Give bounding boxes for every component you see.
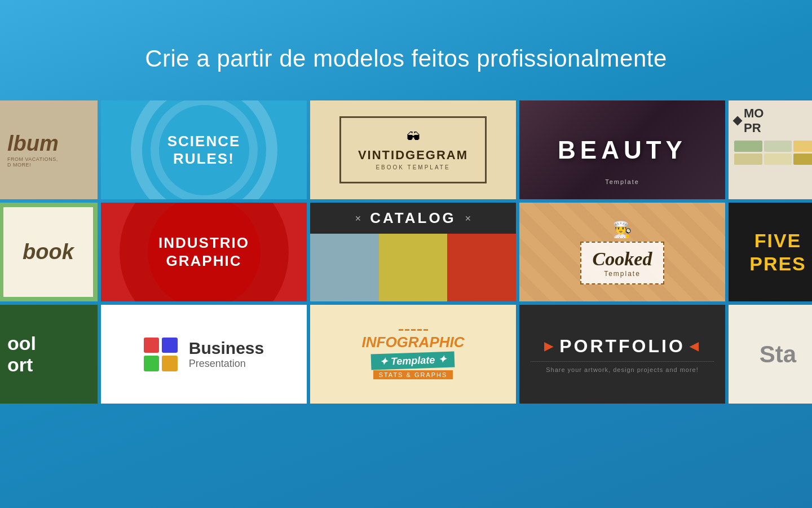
tile-five-pres[interactable]: FIVEPRES bbox=[729, 203, 812, 301]
business-icon bbox=[144, 338, 178, 371]
tile-cooked[interactable]: 👨‍🍳 Cooked Template bbox=[519, 203, 725, 301]
catalog-swatches bbox=[310, 234, 516, 301]
portfolio-arrow-left: ▶ bbox=[544, 339, 555, 353]
page-headline: Crie a partir de modelos feitos profissi… bbox=[145, 45, 667, 72]
infographic-template: ✦ Template ✦ bbox=[371, 351, 455, 370]
tile-science[interactable]: SCIENCERULES! bbox=[101, 100, 307, 199]
infographic-title: INFOGRAPHIC bbox=[362, 334, 465, 351]
portfolio-sub: Share your artwork, design projects and … bbox=[546, 366, 699, 373]
tile-school[interactable]: oolort bbox=[0, 305, 98, 404]
info-line-5 bbox=[423, 329, 428, 331]
tile-sta[interactable]: Sta bbox=[729, 305, 812, 404]
tile-portfolio[interactable]: ▶ PORTFOLIO ◀ Share your artwork, design… bbox=[519, 305, 725, 404]
sta-title: Sta bbox=[760, 341, 796, 368]
cat-x-left: ✕ bbox=[355, 214, 361, 223]
science-title: SCIENCERULES! bbox=[167, 133, 241, 168]
main-container: Crie a partir de modelos feitos profissi… bbox=[0, 0, 812, 508]
tile-infographic[interactable]: INFOGRAPHIC ✦ Template ✦ STATS & GRAPHS bbox=[310, 305, 516, 404]
tile-business[interactable]: Business Presentation bbox=[101, 305, 307, 404]
biz-dot-red bbox=[144, 338, 160, 353]
business-subtitle: Presentation bbox=[189, 358, 264, 370]
album-sub: FROM VACATIONS,D MORE! bbox=[7, 156, 89, 168]
portfolio-arrow-right: ◀ bbox=[690, 339, 700, 353]
info-line-3 bbox=[411, 329, 416, 331]
tile-mo-pr[interactable]: MOPR bbox=[729, 100, 812, 199]
album-title: lbum bbox=[7, 133, 89, 154]
tile-album[interactable]: lbum FROM VACATIONS,D MORE! bbox=[0, 100, 98, 199]
swatch-red bbox=[447, 234, 516, 301]
infographic-sub: STATS & GRAPHS bbox=[373, 370, 453, 379]
book-title: book bbox=[23, 240, 74, 264]
five-pres-title: FIVEPRES bbox=[749, 229, 806, 275]
vintage-subtitle: EBOOK TEMPLATE bbox=[358, 164, 468, 170]
cooked-card: Cooked Template bbox=[580, 242, 665, 284]
tile-book[interactable]: book bbox=[0, 203, 98, 301]
vintage-title: VINTIDGEGRAM bbox=[358, 148, 468, 163]
chef-hat-icon: 👨‍🍳 bbox=[612, 220, 632, 239]
swatch-yellow bbox=[379, 234, 448, 301]
tile-catalog[interactable]: ✕ CATALOG ✕ bbox=[310, 203, 516, 301]
swatch-blue bbox=[310, 234, 379, 301]
diamond-icon bbox=[733, 116, 743, 126]
info-line-2 bbox=[405, 329, 409, 331]
business-text: Business Presentation bbox=[189, 339, 264, 370]
grid-wrapper: lbum FROM VACATIONS,D MORE! SCIENCERULES… bbox=[0, 100, 812, 404]
beauty-title: BEAUTY bbox=[558, 136, 687, 164]
biz-dot-yellow bbox=[162, 356, 178, 371]
vintage-border: 🕶 VINTIDGEGRAM EBOOK TEMPLATE bbox=[339, 116, 487, 183]
template-grid: lbum FROM VACATIONS,D MORE! SCIENCERULES… bbox=[0, 100, 812, 404]
infographic-lines bbox=[399, 329, 428, 331]
biz-dot-blue bbox=[162, 338, 178, 353]
info-line-1 bbox=[399, 329, 403, 331]
catalog-title: CATALOG bbox=[370, 209, 456, 227]
industrio-title: INDUSTRIOGRAPHIC bbox=[158, 234, 249, 269]
mo-header: MOPR bbox=[734, 106, 812, 135]
cat-x-right: ✕ bbox=[465, 214, 471, 223]
cooked-subtitle: Template bbox=[593, 270, 652, 278]
cooked-title: Cooked bbox=[593, 248, 652, 270]
tile-vintage[interactable]: 🕶 VINTIDGEGRAM EBOOK TEMPLATE bbox=[310, 100, 516, 199]
portfolio-title: ▶ PORTFOLIO ◀ bbox=[544, 336, 700, 357]
mo-swatches bbox=[734, 141, 812, 165]
school-title: oolort bbox=[7, 333, 89, 375]
glasses-icon: 🕶 bbox=[358, 129, 468, 145]
biz-dot-green bbox=[144, 356, 160, 371]
tile-industrio[interactable]: INDUSTRIOGRAPHIC bbox=[101, 203, 307, 301]
info-line-4 bbox=[417, 329, 422, 331]
tile-beauty[interactable]: BEAUTY Template bbox=[519, 100, 725, 199]
portfolio-divider bbox=[531, 361, 714, 362]
business-title: Business bbox=[189, 339, 264, 358]
mo-title: MOPR bbox=[744, 106, 764, 135]
beauty-subtitle: Template bbox=[605, 178, 639, 185]
catalog-header: ✕ CATALOG ✕ bbox=[310, 203, 516, 234]
